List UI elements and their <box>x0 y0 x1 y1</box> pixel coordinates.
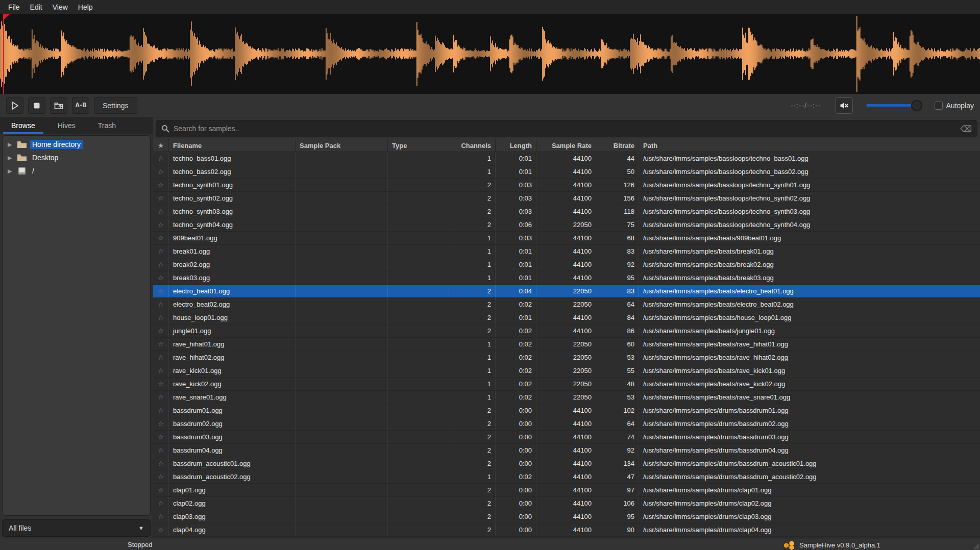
table-row[interactable]: ☆rave_hihat01.ogg10:022205060/usr/share/… <box>153 338 980 351</box>
favorite-cell[interactable]: ☆ <box>153 378 169 390</box>
table-row[interactable]: ☆bassdrum01.ogg20:0044100102/usr/share/l… <box>153 404 980 417</box>
search-bar[interactable]: ⌫ <box>156 120 977 137</box>
star-outline-icon[interactable]: ☆ <box>158 247 164 255</box>
table-row[interactable]: ☆rave_kick02.ogg10:022205048/usr/share/l… <box>153 378 980 391</box>
stop-button[interactable] <box>28 97 45 114</box>
star-outline-icon[interactable]: ☆ <box>158 261 164 268</box>
tree-item-label[interactable]: Desktop <box>30 153 60 162</box>
expander-icon[interactable]: ▶ <box>8 155 17 161</box>
expander-icon[interactable]: ▶ <box>8 141 17 148</box>
play-button[interactable] <box>6 97 23 114</box>
table-row[interactable]: ☆rave_kick01.ogg10:022205055/usr/share/l… <box>153 364 980 378</box>
favorite-cell[interactable]: ☆ <box>153 192 169 205</box>
expander-icon[interactable]: ▶ <box>8 168 17 174</box>
favorite-cell[interactable]: ☆ <box>153 324 169 337</box>
star-outline-icon[interactable]: ☆ <box>158 526 164 534</box>
table-row[interactable]: ☆techno_bass02.ogg10:014410050/usr/share… <box>153 165 980 179</box>
favorite-cell[interactable]: ☆ <box>153 470 169 483</box>
star-outline-icon[interactable]: ☆ <box>158 433 164 441</box>
table-row[interactable]: ☆techno_synth01.ogg20:0344100126/usr/sha… <box>153 179 980 192</box>
clear-search-icon[interactable]: ⌫ <box>960 124 972 134</box>
column-header-sample-rate[interactable]: Sample Rate <box>536 139 596 152</box>
star-outline-icon[interactable]: ☆ <box>158 420 164 428</box>
table-row[interactable]: ☆break01.ogg10:014410083/usr/share/lmms/… <box>153 245 980 258</box>
tree-item-label[interactable]: Home directory <box>30 140 83 149</box>
favorite-cell[interactable]: ☆ <box>153 497 169 510</box>
favorite-cell[interactable]: ☆ <box>153 311 169 324</box>
tree-item-label[interactable]: / <box>30 166 36 176</box>
table-row[interactable]: ☆techno_bass01.ogg10:014410044/usr/share… <box>153 152 980 165</box>
favorite-cell[interactable]: ☆ <box>153 285 169 297</box>
star-outline-icon[interactable]: ☆ <box>158 513 164 520</box>
menu-edit[interactable]: Edit <box>25 1 47 13</box>
star-outline-icon[interactable]: ☆ <box>158 287 164 295</box>
favorite-cell[interactable]: ☆ <box>153 271 169 284</box>
star-outline-icon[interactable]: ☆ <box>158 407 164 414</box>
favorite-cell[interactable]: ☆ <box>153 457 169 470</box>
star-outline-icon[interactable]: ☆ <box>158 367 164 374</box>
star-outline-icon[interactable]: ☆ <box>158 168 164 176</box>
column-header-favorite[interactable]: ★ <box>153 139 169 152</box>
star-outline-icon[interactable]: ☆ <box>158 446 164 454</box>
table-row[interactable]: ☆bassdrum03.ogg20:004410074/usr/share/lm… <box>153 431 980 444</box>
table-row[interactable]: ☆electro_beat02.ogg20:022205064/usr/shar… <box>153 298 980 311</box>
table-row[interactable]: ☆bassdrum04.ogg20:004410092/usr/share/lm… <box>153 444 980 457</box>
table-row[interactable]: ☆techno_synth02.ogg20:0344100156/usr/sha… <box>153 192 980 205</box>
table-row[interactable]: ☆clap01.ogg20:004410097/usr/share/lmms/s… <box>153 484 980 497</box>
star-outline-icon[interactable]: ☆ <box>158 393 164 401</box>
table-row[interactable]: ☆break02.ogg10:014410092/usr/share/lmms/… <box>153 258 980 271</box>
favorite-cell[interactable]: ☆ <box>153 351 169 364</box>
favorite-cell[interactable]: ☆ <box>153 510 169 523</box>
loop-ab-button[interactable]: A-B <box>72 97 89 114</box>
favorite-cell[interactable]: ☆ <box>153 484 169 496</box>
favorite-cell[interactable]: ☆ <box>153 391 169 404</box>
tree-item-desktop[interactable]: ▶ Desktop <box>3 151 150 164</box>
favorite-cell[interactable]: ☆ <box>153 444 169 457</box>
favorite-cell[interactable]: ☆ <box>153 165 169 178</box>
tree-item-root[interactable]: ▶ / <box>3 164 150 178</box>
favorite-cell[interactable]: ☆ <box>153 364 169 377</box>
star-outline-icon[interactable]: ☆ <box>158 181 164 189</box>
star-outline-icon[interactable]: ☆ <box>158 499 164 507</box>
menu-file[interactable]: File <box>3 1 25 13</box>
star-outline-icon[interactable]: ☆ <box>158 221 164 229</box>
table-row[interactable]: ☆bassdrum_acoustic01.ogg20:0044100134/us… <box>153 457 980 470</box>
table-row[interactable]: ☆techno_synth04.ogg20:062205075/usr/shar… <box>153 218 980 232</box>
star-outline-icon[interactable]: ☆ <box>158 208 164 215</box>
volume-slider[interactable] <box>866 99 921 112</box>
tree-item-home-directory[interactable]: ▶ Home directory <box>3 138 150 151</box>
star-outline-icon[interactable]: ☆ <box>158 340 164 348</box>
favorite-cell[interactable]: ☆ <box>153 232 169 244</box>
table-row[interactable]: ☆clap03.ogg20:004410095/usr/share/lmms/s… <box>153 510 980 523</box>
column-header-length[interactable]: Length <box>496 139 536 152</box>
favorite-cell[interactable]: ☆ <box>153 338 169 351</box>
favorite-cell[interactable]: ☆ <box>153 179 169 191</box>
column-header-sample-pack[interactable]: Sample Pack <box>296 139 388 152</box>
volume-handle[interactable] <box>911 100 922 111</box>
star-outline-icon[interactable]: ☆ <box>158 380 164 388</box>
file-filter-dropdown[interactable]: All files ▼ <box>2 519 151 537</box>
star-outline-icon[interactable]: ☆ <box>158 155 164 162</box>
star-outline-icon[interactable]: ☆ <box>158 314 164 321</box>
star-outline-icon[interactable]: ☆ <box>158 327 164 335</box>
waveform-canvas[interactable] <box>0 14 980 94</box>
search-input[interactable] <box>174 124 960 133</box>
star-outline-icon[interactable]: ☆ <box>158 354 164 361</box>
favorite-cell[interactable]: ☆ <box>153 523 169 536</box>
column-header-type[interactable]: Type <box>388 139 449 152</box>
table-row[interactable]: ☆909beat01.ogg10:034410068/usr/share/lmm… <box>153 232 980 245</box>
table-row[interactable]: ☆bassdrum02.ogg20:004410064/usr/share/lm… <box>153 417 980 431</box>
table-row[interactable]: ☆techno_synth03.ogg20:0344100118/usr/sha… <box>153 205 980 218</box>
table-row[interactable]: ☆rave_hihat02.ogg10:022205053/usr/share/… <box>153 351 980 364</box>
star-outline-icon[interactable]: ☆ <box>158 460 164 467</box>
favorite-cell[interactable]: ☆ <box>153 245 169 258</box>
settings-button[interactable]: Settings <box>94 97 137 114</box>
menu-help[interactable]: Help <box>73 1 98 13</box>
favorite-cell[interactable]: ☆ <box>153 152 169 165</box>
waveform-panel[interactable] <box>0 14 980 94</box>
favorite-cell[interactable]: ☆ <box>153 218 169 231</box>
star-outline-icon[interactable]: ☆ <box>158 194 164 202</box>
favorite-cell[interactable]: ☆ <box>153 205 169 218</box>
table-row[interactable]: ☆clap04.ogg20:004410090/usr/share/lmms/s… <box>153 523 980 537</box>
column-header-bitrate[interactable]: Bitrate <box>596 139 639 152</box>
